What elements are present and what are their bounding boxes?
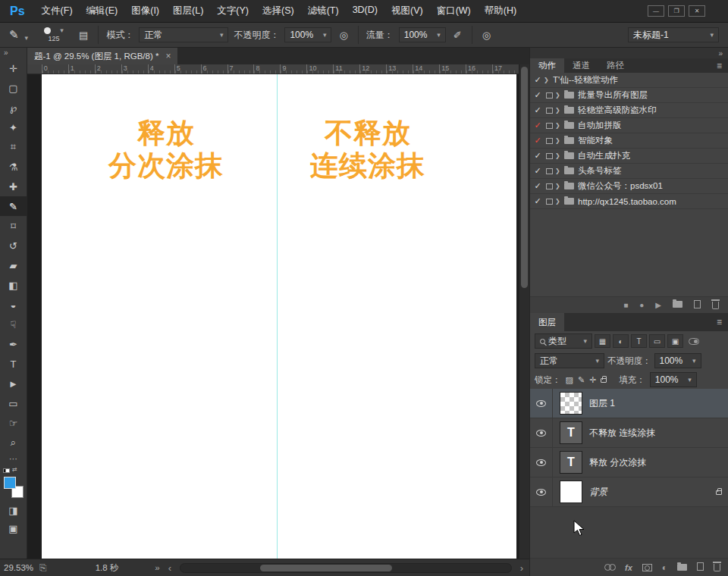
lasso-tool[interactable]: ℘ [0, 98, 27, 117]
visibility-toggle[interactable] [530, 389, 553, 418]
more-tools-button[interactable]: ⋯ [0, 452, 27, 465]
filter-adjustment-icon[interactable]: ◐ [613, 334, 629, 348]
menu-view[interactable]: 视图(V) [384, 5, 430, 17]
foreground-color-swatch[interactable] [4, 477, 16, 489]
filter-toggle[interactable] [689, 338, 699, 345]
layer-row[interactable]: T 不释放 连续涂抹 [530, 418, 728, 448]
pressure-opacity-icon[interactable]: ◎ [337, 30, 350, 41]
action-row[interactable]: ✓ ❯ 头条号标签 [530, 164, 728, 179]
tab-channels[interactable]: 通道 [564, 58, 598, 73]
action-check-icon[interactable]: ✓ [532, 151, 544, 161]
action-check-icon[interactable]: ✓ [532, 121, 544, 130]
opacity-dropdown[interactable]: 100% ▾ [284, 27, 331, 42]
layers-panel-menu-icon[interactable]: ≡ [717, 313, 728, 331]
lock-transparency-icon[interactable]: ▨ [566, 375, 573, 385]
restore-button[interactable]: ❐ [668, 5, 685, 17]
layer-name[interactable]: 背景 [589, 486, 607, 499]
new-set-button[interactable] [673, 301, 682, 309]
smudge-tool[interactable]: ☟ [0, 315, 27, 334]
menu-filter[interactable]: 滤镜(T) [301, 5, 346, 17]
action-label[interactable]: T'仙--轻稳堂动作 [553, 74, 618, 86]
action-dialog-toggle[interactable] [544, 199, 555, 205]
action-check-icon[interactable]: ✓ [532, 166, 544, 176]
clone-stamp-tool[interactable]: ⌑ [0, 216, 27, 236]
action-row[interactable]: ✓ ❯ http://qx1245.taobao.com [530, 194, 728, 209]
new-group-button[interactable] [677, 562, 687, 573]
layer-effects-button[interactable]: fx [625, 563, 632, 572]
filter-shape-icon[interactable]: ▭ [649, 334, 665, 348]
zoom-level[interactable]: 29.53% [4, 563, 33, 572]
panel-menu-icon[interactable]: ≡ [717, 58, 728, 73]
status-doc-icon[interactable]: ⎘ [39, 562, 47, 573]
layer-name[interactable]: 不释放 连续涂抹 [589, 427, 655, 440]
zoom-tool[interactable]: ⌕ [0, 433, 27, 452]
action-check-icon[interactable]: ✓ [532, 181, 544, 191]
action-check-icon[interactable]: ✓ [532, 75, 544, 85]
tab-layers[interactable]: 图层 [530, 313, 564, 331]
hand-tool[interactable]: ☞ [0, 413, 27, 433]
menu-file[interactable]: 文件(F) [35, 5, 80, 17]
eyedropper-tool[interactable]: ⚗ [0, 157, 27, 177]
visibility-toggle[interactable] [530, 448, 553, 477]
expand-arrow-icon[interactable]: ❯ [555, 152, 564, 159]
menu-image[interactable]: 图像(I) [124, 5, 166, 17]
action-dialog-toggle[interactable] [544, 108, 555, 114]
action-label[interactable]: 头条号标签 [578, 165, 622, 177]
action-row[interactable]: ✓ ❯ 智能对象 [530, 133, 728, 149]
layer-thumbnail[interactable] [560, 392, 582, 415]
layer-filter-dropdown[interactable]: 类型 ▾ [535, 333, 592, 349]
tab-paths[interactable]: 路径 [598, 58, 632, 73]
action-dialog-toggle[interactable] [544, 153, 555, 159]
mode-dropdown[interactable]: 正常 ▾ [139, 27, 228, 42]
dock-collapse-icon[interactable]: » [718, 49, 723, 58]
pressure-size-icon[interactable]: ◎ [480, 30, 493, 41]
brush-tool[interactable]: ✎ [0, 196, 27, 216]
close-button[interactable]: ✕ [689, 5, 705, 17]
gradient-tool[interactable]: ◧ [0, 275, 27, 295]
adjustment-layer-button[interactable]: ◐ [662, 562, 667, 573]
quick-mask-button[interactable]: ◨ [0, 501, 27, 519]
tab-close-icon[interactable]: × [165, 51, 171, 61]
action-label[interactable]: 智能对象 [578, 135, 613, 146]
layer-name[interactable]: 图层 1 [589, 397, 615, 410]
healing-brush-tool[interactable]: ✚ [0, 177, 27, 196]
menu-layer[interactable]: 图层(L) [166, 5, 210, 17]
layer-thumbnail[interactable]: T [560, 421, 582, 444]
expand-arrow-icon[interactable]: ❯ [555, 107, 564, 114]
eraser-tool[interactable]: ▰ [0, 255, 27, 275]
layer-thumbnail[interactable] [560, 481, 582, 503]
marquee-tool[interactable]: ▢ [0, 78, 27, 98]
action-dialog-toggle[interactable] [544, 123, 555, 129]
layer-row[interactable]: 背景 [530, 477, 728, 507]
status-chevron-icon[interactable]: » [155, 563, 159, 572]
visibility-toggle[interactable] [530, 477, 553, 506]
airbrush-icon[interactable]: ✐ [451, 30, 464, 41]
scroll-left-arrow[interactable]: ‹ [166, 562, 174, 574]
action-label[interactable]: 批量导出所有图层 [578, 89, 648, 101]
rectangle-tool[interactable]: ▭ [0, 393, 27, 413]
flow-dropdown[interactable]: 100% ▾ [399, 27, 446, 42]
delete-action-button[interactable] [712, 299, 719, 311]
fill-dropdown[interactable]: 100% ▾ [650, 372, 697, 387]
move-tool[interactable]: ✛ [0, 58, 27, 78]
brush-size-picker[interactable]: ▾ 125 [36, 27, 71, 42]
expand-arrow-icon[interactable]: ❯ [555, 167, 564, 174]
action-dialog-toggle[interactable] [544, 168, 555, 174]
lock-position-icon[interactable]: ✛ [589, 375, 596, 385]
action-check-icon[interactable]: ✓ [532, 196, 544, 206]
expand-arrow-icon[interactable]: ❯ [555, 122, 564, 129]
horizontal-scrollbar[interactable] [180, 563, 512, 573]
link-layers-button[interactable] [604, 562, 615, 573]
action-check-icon[interactable]: ✓ [532, 105, 544, 115]
record-button[interactable]: ● [639, 301, 644, 309]
filter-type-icon[interactable]: T [631, 334, 647, 348]
menu-window[interactable]: 窗口(W) [430, 5, 478, 17]
expand-arrow-icon[interactable]: ❯ [555, 137, 564, 144]
blend-mode-dropdown[interactable]: 正常 ▾ [535, 353, 604, 368]
brush-panel-toggle-icon[interactable]: ▤ [77, 30, 90, 41]
action-row[interactable]: ✓ ❯ 轻稳堂高级防盗水印 [530, 103, 728, 118]
menu-select[interactable]: 选择(S) [256, 5, 301, 17]
action-label[interactable]: 自动加拼版 [578, 120, 622, 131]
action-check-icon[interactable]: ✓ [532, 90, 544, 100]
document-tab[interactable]: 题-1 @ 29.5% (图层 1, RGB/8) * × [27, 48, 177, 64]
